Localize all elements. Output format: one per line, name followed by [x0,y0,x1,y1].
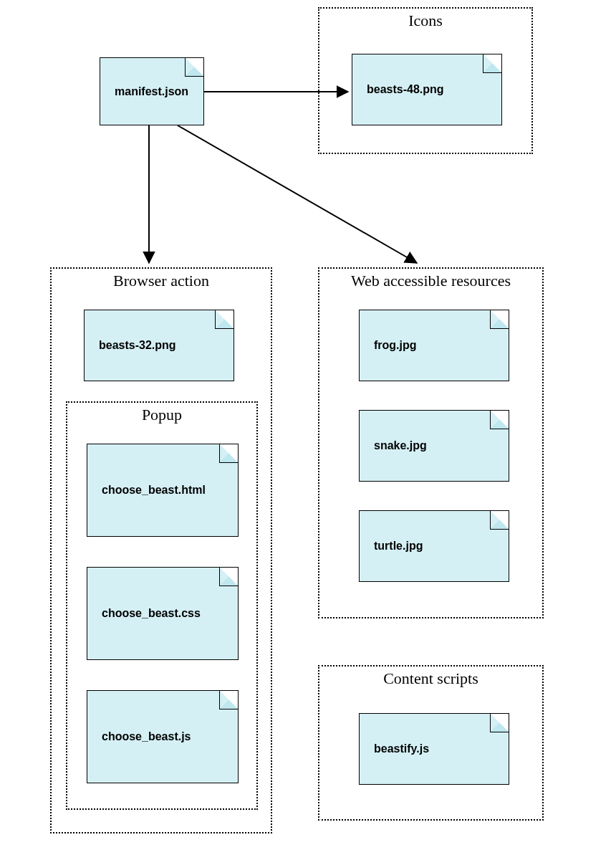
group-title-web-resources: Web accessible resources [319,272,542,290]
file-label: beastify.js [360,742,429,755]
file-label: choose_beast.css [87,607,201,620]
file-ear-icon [490,411,509,429]
file-manifest: manifest.json [100,57,204,125]
file-beasts48: beasts-48.png [352,54,502,125]
group-icons: Icons beasts-48.png [318,7,533,154]
file-choose-beast-js: choose_beast.js [87,690,239,783]
file-ear-icon [219,568,238,586]
group-title-content-scripts: Content scripts [319,669,542,688]
file-beastify: beastify.js [359,713,509,785]
file-frog: frog.jpg [359,310,509,381]
file-ear-icon [215,310,234,329]
file-label: manifest.json [100,85,188,98]
group-web-resources: Web accessible resources frog.jpg snake.… [318,267,544,618]
file-choose-beast-html: choose_beast.html [87,444,239,537]
group-content-scripts: Content scripts beastify.js [318,665,544,821]
file-ear-icon [219,444,238,463]
file-turtle: turtle.jpg [359,510,509,582]
file-ear-icon [185,58,203,77]
diagram-canvas: manifest.json Icons beasts-48.png Browse… [0,0,616,860]
file-label: frog.jpg [360,339,417,352]
file-label: beasts-48.png [352,83,444,96]
group-popup: Popup choose_beast.html choose_beast.css… [66,401,258,810]
file-beasts32: beasts-32.png [84,310,234,381]
group-title-popup: Popup [67,406,256,424]
file-label: turtle.jpg [360,540,423,553]
group-title-browser-action: Browser action [52,272,271,290]
group-browser-action: Browser action beasts-32.png Popup choos… [50,267,272,833]
file-label: snake.jpg [360,439,427,452]
file-ear-icon [490,511,509,530]
file-ear-icon [490,714,509,732]
file-ear-icon [490,310,509,329]
file-label: choose_beast.html [87,484,206,497]
file-choose-beast-css: choose_beast.css [87,567,239,660]
file-ear-icon [219,691,238,710]
file-ear-icon [483,54,501,73]
group-title-icons: Icons [319,11,531,30]
file-snake: snake.jpg [359,410,509,482]
file-label: choose_beast.js [87,730,191,743]
file-label: beasts-32.png [85,339,176,352]
